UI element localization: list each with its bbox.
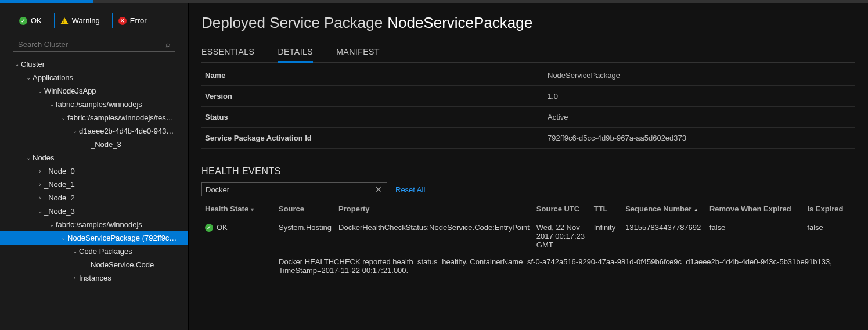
filter-warning-button[interactable]: Warning <box>54 13 106 28</box>
col-remove-when-expired[interactable]: Remove When Expired <box>706 200 804 218</box>
tree-code-packages[interactable]: ⌄Code Packages <box>0 245 188 258</box>
chevron-down-icon: ⌄ <box>48 101 56 107</box>
filter-icon: ▾ <box>251 206 254 213</box>
col-ttl[interactable]: TTL <box>590 200 622 218</box>
search-cluster-input[interactable] <box>18 40 165 49</box>
chevron-right-icon: › <box>36 168 44 174</box>
search-icon: ⌕ <box>165 40 170 49</box>
chevron-down-icon: ⌄ <box>36 88 44 94</box>
health-events-table: Health State▾ Source Property Source UTC… <box>201 200 855 281</box>
col-sequence[interactable]: Sequence Number▲ <box>622 200 706 218</box>
tree-node-2[interactable]: ›_Node_2 <box>0 191 188 205</box>
main-content: Deployed Service PackageNodeServicePacka… <box>189 3 868 330</box>
search-cluster-box[interactable]: ⌕ <box>13 37 175 52</box>
page-title-name: NodeServicePackage <box>387 14 532 31</box>
tree-replica[interactable]: ⌄d1aeee2b-4d4b-4de0-943… <box>0 124 188 138</box>
health-events-search-input[interactable] <box>206 185 374 194</box>
ok-icon: ✓ <box>205 224 213 232</box>
tree-nodes[interactable]: ⌄Nodes <box>0 151 188 164</box>
tab-details[interactable]: DETAILS <box>278 44 313 62</box>
tree-instances[interactable]: ›Instances <box>0 271 188 285</box>
tree-applications[interactable]: ⌄Applications <box>0 71 188 84</box>
chevron-right-icon: › <box>36 195 44 201</box>
filter-ok-label: OK <box>31 16 42 25</box>
tree-node3-servicepackage[interactable]: ⌄NodeServicePackage (792ff9c… <box>0 231 188 245</box>
tree-node-3[interactable]: ⌄_Node_3 <box>0 205 188 218</box>
tree-node3-app[interactable]: ⌄fabric:/samples/winnodejs <box>0 218 188 231</box>
clear-search-icon[interactable]: ✕ <box>374 185 383 194</box>
chevron-down-icon: ⌄ <box>71 248 79 254</box>
chevron-right-icon: › <box>36 181 44 188</box>
health-event-detail: Docker HEALTHCHECK reported health_statu… <box>201 254 855 281</box>
tree-cluster[interactable]: ⌄Cluster <box>0 58 188 71</box>
tree-node-0[interactable]: ›_Node_0 <box>0 164 188 178</box>
tree-replica-node[interactable]: _Node_3 <box>0 138 188 151</box>
chevron-down-icon: ⌄ <box>24 74 33 81</box>
filter-error-button[interactable]: ✕ Error <box>112 13 153 28</box>
tab-essentials[interactable]: ESSENTIALS <box>201 44 254 62</box>
tree-node-1[interactable]: ›_Node_1 <box>0 178 188 191</box>
tree-partition[interactable]: ⌄fabric:/samples/winnodejs/tes… <box>0 111 188 124</box>
health-events-heading: HEALTH EVENTS <box>201 166 855 177</box>
chevron-down-icon: ⌄ <box>59 114 67 121</box>
chevron-down-icon: ⌄ <box>71 128 79 134</box>
tab-manifest[interactable]: MANIFEST <box>336 44 380 62</box>
details-table: NameNodeServicePackage Version1.0 Status… <box>201 65 855 149</box>
filter-error-label: Error <box>130 16 147 25</box>
filter-warning-label: Warning <box>72 16 100 25</box>
col-source[interactable]: Source <box>275 200 335 218</box>
warning-icon <box>60 17 69 24</box>
sidebar: ✓ OK Warning ✕ Error ⌕ ⌄Cluster ⌄Applica… <box>0 3 189 330</box>
tree-service-winnodejs[interactable]: ⌄fabric:/samples/winnodejs <box>0 98 188 111</box>
tree-nodeservice-code[interactable]: NodeService.Code <box>0 258 188 271</box>
col-source-utc[interactable]: Source UTC <box>533 200 590 218</box>
chevron-down-icon: ⌄ <box>36 208 44 214</box>
error-icon: ✕ <box>118 17 127 25</box>
health-event-row[interactable]: ✓OK System.Hosting DockerHealthCheckStat… <box>201 218 855 254</box>
cluster-tree: ⌄Cluster ⌄Applications ⌄WinNodeJsApp ⌄fa… <box>0 58 188 330</box>
col-is-expired[interactable]: Is Expired <box>804 200 855 218</box>
chevron-down-icon: ⌄ <box>59 235 67 241</box>
tab-bar: ESSENTIALS DETAILS MANIFEST <box>201 44 855 63</box>
row-status: StatusActive <box>201 107 855 128</box>
tree-app-winnodejs[interactable]: ⌄WinNodeJsApp <box>0 84 188 98</box>
sort-asc-icon: ▲ <box>693 207 698 213</box>
reset-all-link[interactable]: Reset All <box>395 185 425 194</box>
page-title-prefix: Deployed Service Package <box>201 14 383 31</box>
col-property[interactable]: Property <box>335 200 533 218</box>
health-events-filter-row: ✕ Reset All <box>201 182 855 196</box>
page-title: Deployed Service PackageNodeServicePacka… <box>201 14 855 32</box>
row-name: NameNodeServicePackage <box>201 65 855 86</box>
col-health-state[interactable]: Health State▾ <box>201 200 275 218</box>
filter-ok-button[interactable]: ✓ OK <box>13 13 48 28</box>
chevron-down-icon: ⌄ <box>13 61 21 67</box>
row-version: Version1.0 <box>201 86 855 107</box>
chevron-down-icon: ⌄ <box>24 155 33 161</box>
health-filter-row: ✓ OK Warning ✕ Error <box>0 9 188 34</box>
health-events-search[interactable]: ✕ <box>201 182 387 196</box>
row-activation-id: Service Package Activation Id792ff9c6-d5… <box>201 128 855 149</box>
ok-icon: ✓ <box>19 17 27 25</box>
chevron-down-icon: ⌄ <box>48 221 56 228</box>
chevron-right-icon: › <box>71 275 79 281</box>
